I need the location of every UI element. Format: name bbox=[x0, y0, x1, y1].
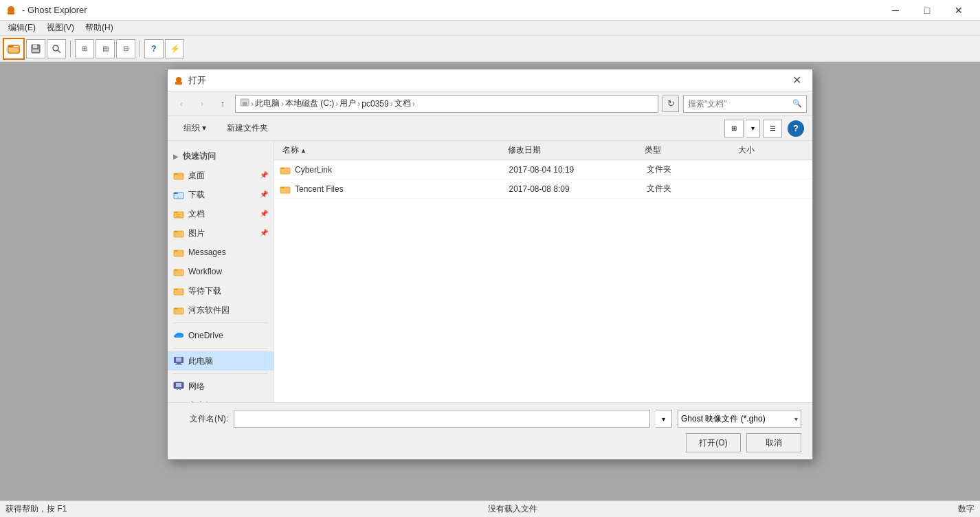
new-folder-button[interactable]: 新建文件夹 bbox=[219, 120, 276, 138]
dialog-title-bar-left: 打开 bbox=[173, 74, 206, 87]
pictures-icon bbox=[173, 228, 184, 239]
nav-item-thispc[interactable]: 此电脑 bbox=[168, 351, 274, 371]
col-header-size[interactable]: 大小 bbox=[735, 141, 807, 160]
nav-item-network[interactable]: 网络 bbox=[168, 377, 274, 396]
svg-rect-38 bbox=[176, 383, 181, 387]
nav-item-workflow[interactable]: Workflow bbox=[168, 262, 274, 281]
details-pane-button[interactable]: ☰ bbox=[763, 120, 782, 138]
save-button[interactable] bbox=[26, 39, 45, 58]
address-search-box[interactable]: 🔍 bbox=[683, 95, 807, 113]
status-mode: 数字 bbox=[958, 503, 975, 515]
homegroup-icon bbox=[173, 400, 184, 402]
file-row-cyberlink[interactable]: CyberLink 2017-08-04 10:19 文件夹 bbox=[274, 160, 812, 179]
nav-item-waiting[interactable]: 等待下载 bbox=[168, 281, 274, 300]
info-button[interactable]: ? bbox=[144, 39, 164, 58]
nav-item-desktop[interactable]: 桌面 📌 bbox=[168, 166, 274, 185]
onedrive-cloud-icon bbox=[173, 330, 184, 341]
dialog-nav: ▶ 快速访问 桌面 bbox=[168, 141, 274, 402]
hedong-folder-icon bbox=[173, 305, 184, 316]
svg-rect-44 bbox=[280, 187, 285, 188]
nav-divider-1 bbox=[173, 322, 268, 323]
app-title: - Ghost Explorer bbox=[22, 5, 87, 15]
maximize-button[interactable]: □ bbox=[911, 0, 943, 21]
help-button[interactable]: ? bbox=[788, 120, 804, 137]
waiting-folder-icon bbox=[173, 285, 184, 296]
filetype-dropdown[interactable]: Ghost 映像文件 (*.gho) ▾ bbox=[678, 410, 801, 428]
menu-help[interactable]: 帮助(H) bbox=[80, 21, 119, 35]
file-date-tencent: 2017-08-08 8:09 bbox=[509, 184, 646, 194]
nav-item-homegroup[interactable]: 家庭组 bbox=[168, 396, 274, 402]
toolbar-separator-2 bbox=[140, 41, 140, 57]
footer-row-buttons: 打开(O) 取消 bbox=[179, 433, 801, 452]
nav-back-button[interactable]: ‹ bbox=[173, 96, 190, 112]
file-date-cyberlink: 2017-08-04 10:19 bbox=[509, 165, 646, 175]
file-list-header: 名称 ▲ 修改日期 类型 大小 bbox=[274, 141, 812, 160]
thispc-icon bbox=[173, 355, 184, 366]
nav-item-onedrive-label: OneDrive bbox=[188, 331, 223, 340]
nav-item-onedrive[interactable]: OneDrive bbox=[168, 326, 274, 345]
filename-dropdown-button[interactable]: ▾ bbox=[656, 410, 672, 428]
documents-icon bbox=[173, 208, 184, 219]
documents-folder-icon bbox=[173, 208, 184, 219]
view-mode-button[interactable]: ⊞ bbox=[724, 120, 744, 138]
downloads-icon: ↓ bbox=[173, 189, 184, 200]
menu-edit[interactable]: 编辑(E) bbox=[3, 21, 41, 35]
file-name-tencent: Tencent Files bbox=[295, 184, 344, 194]
filetype-dropdown-arrow: ▾ bbox=[794, 415, 798, 423]
app-window: - Ghost Explorer ─ □ ✕ 编辑(E) 视图(V) 帮助(H) bbox=[0, 0, 980, 517]
desktop-folder-icon bbox=[173, 170, 184, 181]
organize-button[interactable]: 组织 ▾ bbox=[176, 120, 214, 138]
open-button[interactable]: 打开(O) bbox=[686, 433, 741, 452]
svg-rect-30 bbox=[174, 289, 178, 290]
dialog-address-bar: ‹ › ↑ › 此电脑 › 本地磁盘 (C:) bbox=[168, 91, 812, 116]
network-icon-svg bbox=[173, 381, 184, 392]
cancel-button[interactable]: 取消 bbox=[746, 433, 801, 452]
svg-rect-24 bbox=[174, 231, 178, 232]
address-bar-path[interactable]: › 此电脑 › 本地磁盘 (C:) › 用户 › pc0359 › 文档 › bbox=[235, 95, 658, 113]
network-icon bbox=[173, 381, 184, 392]
nav-item-messages[interactable]: Messages bbox=[168, 243, 274, 262]
open-file-button[interactable] bbox=[3, 38, 25, 60]
view-mode-dropdown[interactable]: ▾ bbox=[746, 120, 760, 138]
nav-item-hedong[interactable]: 河东软件园 bbox=[168, 300, 274, 320]
nav-up-button[interactable]: ↑ bbox=[214, 96, 231, 112]
col-header-name[interactable]: 名称 ▲ bbox=[280, 141, 505, 160]
file-type-tencent: 文件夹 bbox=[647, 183, 738, 195]
desktop-icon bbox=[173, 170, 184, 181]
zoom-button[interactable] bbox=[47, 39, 66, 58]
dialog-overlay: 打开 ✕ ‹ › ↑ bbox=[0, 62, 980, 500]
nav-item-homegroup-label: 家庭组 bbox=[188, 400, 213, 403]
path-segment-4: pc0359 bbox=[361, 99, 388, 109]
file-row-tencent[interactable]: Tencent Files 2017-08-08 8:09 文件夹 bbox=[274, 179, 812, 199]
file-list-body: CyberLink 2017-08-04 10:19 文件夹 bbox=[274, 160, 812, 402]
col-header-date[interactable]: 修改日期 bbox=[505, 141, 643, 160]
minimize-button[interactable]: ─ bbox=[880, 0, 911, 21]
onedrive-icon bbox=[173, 330, 184, 341]
nav-item-documents[interactable]: 文档 📌 bbox=[168, 204, 274, 223]
status-bar: 获得帮助，按 F1 没有载入文件 数字 bbox=[0, 500, 980, 517]
nav-forward-button[interactable]: › bbox=[194, 96, 210, 112]
tencent-folder-icon bbox=[280, 184, 291, 195]
signal-button[interactable]: ⚡ bbox=[165, 39, 184, 58]
desktop-pin-icon: 📌 bbox=[260, 171, 268, 179]
svg-rect-1 bbox=[8, 12, 14, 14]
toolbar-btn-3[interactable]: ⊟ bbox=[116, 39, 135, 58]
path-segment-1: 此电脑 bbox=[255, 98, 280, 109]
nav-item-pictures[interactable]: 图片 📌 bbox=[168, 223, 274, 243]
dialog-close-button[interactable]: ✕ bbox=[786, 74, 807, 87]
menu-view[interactable]: 视图(V) bbox=[41, 21, 80, 35]
toolbar-btn-2[interactable]: ▤ bbox=[96, 39, 115, 58]
filename-input[interactable] bbox=[234, 410, 650, 428]
file-type-cyberlink: 文件夹 bbox=[647, 164, 738, 175]
nav-item-downloads[interactable]: ↓ 下载 📌 bbox=[168, 185, 274, 204]
close-button[interactable]: ✕ bbox=[943, 0, 975, 21]
hedong-icon bbox=[173, 305, 184, 316]
file-open-dialog: 打开 ✕ ‹ › ↑ bbox=[167, 69, 813, 460]
path-segment-5: 文档 bbox=[394, 98, 411, 109]
dialog-icon bbox=[173, 75, 184, 86]
address-refresh-button[interactable]: ↻ bbox=[662, 96, 679, 112]
toolbar-btn-1[interactable]: ⊞ bbox=[75, 39, 94, 58]
file-name-cyberlink: CyberLink bbox=[295, 165, 332, 175]
col-header-type[interactable]: 类型 bbox=[642, 141, 735, 160]
search-input[interactable] bbox=[688, 99, 790, 109]
